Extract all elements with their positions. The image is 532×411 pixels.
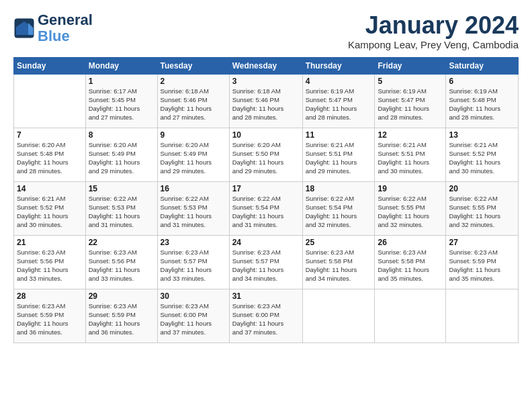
header: General Blue January 2024 Kampong Leav, …	[13, 12, 519, 50]
col-tuesday: Tuesday	[157, 57, 229, 74]
day-cell: 20Sunrise: 6:22 AM Sunset: 5:55 PM Dayli…	[446, 181, 519, 235]
day-cell: 15Sunrise: 6:22 AM Sunset: 5:53 PM Dayli…	[85, 181, 157, 235]
day-number: 5	[378, 77, 443, 86]
title-block: January 2024 Kampong Leav, Prey Veng, Ca…	[348, 12, 519, 50]
day-number: 17	[232, 184, 300, 193]
day-number: 28	[17, 291, 83, 301]
day-cell: 28Sunrise: 6:23 AM Sunset: 5:59 PM Dayli…	[14, 289, 86, 342]
day-info: Sunrise: 6:21 AM Sunset: 5:51 PM Dayligh…	[378, 140, 443, 176]
day-number: 2	[161, 77, 226, 86]
day-cell: 30Sunrise: 6:23 AM Sunset: 6:00 PM Dayli…	[157, 289, 229, 342]
day-number: 13	[449, 130, 515, 140]
day-info: Sunrise: 6:23 AM Sunset: 5:59 PM Dayligh…	[17, 302, 83, 337]
day-cell: 3Sunrise: 6:18 AM Sunset: 5:46 PM Daylig…	[229, 74, 302, 128]
day-info: Sunrise: 6:23 AM Sunset: 5:56 PM Dayligh…	[17, 248, 83, 283]
day-number: 26	[378, 238, 443, 247]
week-row-2: 7Sunrise: 6:20 AM Sunset: 5:48 PM Daylig…	[14, 128, 519, 181]
day-cell: 8Sunrise: 6:20 AM Sunset: 5:49 PM Daylig…	[85, 128, 157, 181]
calendar-body: 1Sunrise: 6:17 AM Sunset: 5:45 PM Daylig…	[14, 74, 519, 342]
day-number: 23	[161, 238, 226, 247]
day-number: 29	[89, 291, 154, 301]
day-info: Sunrise: 6:20 AM Sunset: 5:49 PM Dayligh…	[89, 140, 154, 176]
logo-line1: General	[38, 12, 93, 28]
day-info: Sunrise: 6:22 AM Sunset: 5:55 PM Dayligh…	[378, 194, 443, 230]
day-number: 24	[232, 238, 300, 247]
day-cell: 4Sunrise: 6:19 AM Sunset: 5:47 PM Daylig…	[302, 74, 375, 128]
day-cell: 24Sunrise: 6:23 AM Sunset: 5:57 PM Dayli…	[229, 235, 302, 289]
day-number: 16	[161, 184, 226, 193]
week-row-3: 14Sunrise: 6:21 AM Sunset: 5:52 PM Dayli…	[14, 181, 519, 235]
col-sunday: Sunday	[14, 57, 86, 74]
day-cell: 17Sunrise: 6:22 AM Sunset: 5:54 PM Dayli…	[229, 181, 302, 235]
day-number: 8	[89, 130, 154, 140]
day-info: Sunrise: 6:21 AM Sunset: 5:52 PM Dayligh…	[17, 194, 83, 230]
day-cell: 19Sunrise: 6:22 AM Sunset: 5:55 PM Dayli…	[375, 181, 446, 235]
day-cell: 9Sunrise: 6:20 AM Sunset: 5:49 PM Daylig…	[157, 128, 229, 181]
logo-text: General Blue	[38, 12, 93, 44]
day-cell: 29Sunrise: 6:23 AM Sunset: 5:59 PM Dayli…	[85, 289, 157, 342]
day-info: Sunrise: 6:22 AM Sunset: 5:53 PM Dayligh…	[161, 194, 226, 230]
day-number: 19	[378, 184, 443, 193]
day-number: 25	[306, 238, 372, 247]
calendar-table: Sunday Monday Tuesday Wednesday Thursday…	[13, 57, 519, 343]
day-number: 15	[89, 184, 154, 193]
col-saturday: Saturday	[446, 57, 519, 74]
day-cell: 26Sunrise: 6:23 AM Sunset: 5:58 PM Dayli…	[375, 235, 446, 289]
day-cell: 25Sunrise: 6:23 AM Sunset: 5:58 PM Dayli…	[302, 235, 375, 289]
day-number: 9	[161, 130, 226, 140]
day-info: Sunrise: 6:23 AM Sunset: 5:59 PM Dayligh…	[89, 302, 154, 337]
day-info: Sunrise: 6:23 AM Sunset: 5:58 PM Dayligh…	[378, 248, 443, 283]
location-subtitle: Kampong Leav, Prey Veng, Cambodia	[348, 39, 519, 50]
col-friday: Friday	[375, 57, 446, 74]
col-wednesday: Wednesday	[229, 57, 302, 74]
day-number: 11	[306, 130, 372, 140]
day-cell: 2Sunrise: 6:18 AM Sunset: 5:46 PM Daylig…	[157, 74, 229, 128]
day-number: 10	[232, 130, 300, 140]
day-info: Sunrise: 6:19 AM Sunset: 5:48 PM Dayligh…	[449, 87, 515, 122]
day-info: Sunrise: 6:18 AM Sunset: 5:46 PM Dayligh…	[232, 87, 300, 122]
day-info: Sunrise: 6:22 AM Sunset: 5:54 PM Dayligh…	[306, 194, 372, 230]
week-row-5: 28Sunrise: 6:23 AM Sunset: 5:59 PM Dayli…	[14, 289, 519, 342]
day-number: 31	[232, 291, 300, 301]
day-number: 6	[449, 77, 515, 86]
day-cell: 10Sunrise: 6:20 AM Sunset: 5:50 PM Dayli…	[229, 128, 302, 181]
day-info: Sunrise: 6:22 AM Sunset: 5:54 PM Dayligh…	[232, 194, 300, 230]
day-info: Sunrise: 6:21 AM Sunset: 5:52 PM Dayligh…	[449, 140, 515, 176]
col-thursday: Thursday	[302, 57, 375, 74]
page: General Blue January 2024 Kampong Leav, …	[0, 0, 532, 411]
day-cell	[302, 289, 375, 342]
day-cell: 1Sunrise: 6:17 AM Sunset: 5:45 PM Daylig…	[85, 74, 157, 128]
day-cell: 21Sunrise: 6:23 AM Sunset: 5:56 PM Dayli…	[14, 235, 86, 289]
day-cell: 6Sunrise: 6:19 AM Sunset: 5:48 PM Daylig…	[446, 74, 519, 128]
day-number: 21	[17, 238, 83, 247]
day-cell: 16Sunrise: 6:22 AM Sunset: 5:53 PM Dayli…	[157, 181, 229, 235]
day-number: 30	[161, 291, 226, 301]
day-info: Sunrise: 6:23 AM Sunset: 6:00 PM Dayligh…	[232, 302, 300, 337]
day-number: 18	[306, 184, 372, 193]
month-title: January 2024	[348, 12, 519, 39]
day-info: Sunrise: 6:22 AM Sunset: 5:55 PM Dayligh…	[449, 194, 515, 230]
day-info: Sunrise: 6:19 AM Sunset: 5:47 PM Dayligh…	[378, 87, 443, 122]
header-row: Sunday Monday Tuesday Wednesday Thursday…	[14, 57, 519, 74]
day-cell: 12Sunrise: 6:21 AM Sunset: 5:51 PM Dayli…	[375, 128, 446, 181]
week-row-1: 1Sunrise: 6:17 AM Sunset: 5:45 PM Daylig…	[14, 74, 519, 128]
day-info: Sunrise: 6:23 AM Sunset: 6:00 PM Dayligh…	[161, 302, 226, 337]
logo-line2: Blue	[38, 28, 93, 44]
day-cell	[446, 289, 519, 342]
logo: General Blue	[13, 12, 93, 44]
day-info: Sunrise: 6:22 AM Sunset: 5:53 PM Dayligh…	[89, 194, 154, 230]
day-info: Sunrise: 6:23 AM Sunset: 5:57 PM Dayligh…	[232, 248, 300, 283]
day-cell: 13Sunrise: 6:21 AM Sunset: 5:52 PM Dayli…	[446, 128, 519, 181]
day-info: Sunrise: 6:23 AM Sunset: 5:57 PM Dayligh…	[161, 248, 226, 283]
day-cell: 22Sunrise: 6:23 AM Sunset: 5:56 PM Dayli…	[85, 235, 157, 289]
day-number: 14	[17, 184, 83, 193]
week-row-4: 21Sunrise: 6:23 AM Sunset: 5:56 PM Dayli…	[14, 235, 519, 289]
day-cell: 14Sunrise: 6:21 AM Sunset: 5:52 PM Dayli…	[14, 181, 86, 235]
calendar-header: Sunday Monday Tuesday Wednesday Thursday…	[14, 57, 519, 74]
day-info: Sunrise: 6:20 AM Sunset: 5:50 PM Dayligh…	[232, 140, 300, 176]
day-cell: 18Sunrise: 6:22 AM Sunset: 5:54 PM Dayli…	[302, 181, 375, 235]
day-number: 22	[89, 238, 154, 247]
day-cell	[14, 74, 86, 128]
day-cell: 27Sunrise: 6:23 AM Sunset: 5:59 PM Dayli…	[446, 235, 519, 289]
col-monday: Monday	[85, 57, 157, 74]
